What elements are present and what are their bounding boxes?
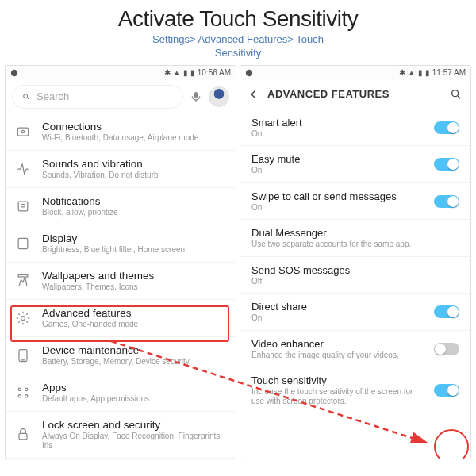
toggle-switch[interactable] — [434, 195, 459, 208]
row-title: Easy mute — [251, 153, 426, 165]
feature-row-direct-share[interactable]: Direct shareOn — [240, 294, 470, 331]
settings-row-display[interactable]: DisplayBrightness, Blue light filter, Ho… — [6, 225, 236, 263]
row-desc: Wi-Fi, Bluetooth, Data usage, Airplane m… — [42, 133, 226, 143]
search-icon[interactable] — [450, 88, 463, 101]
row-icon — [15, 124, 31, 140]
status-time: 11:57 AM — [432, 68, 466, 77]
row-desc: Use two separate accounts for the same a… — [251, 240, 459, 249]
toggle-switch[interactable] — [434, 121, 459, 134]
row-desc: Games, One-handed mode — [42, 320, 226, 329]
feature-row-send-sos-messages[interactable]: Send SOS messagesOff — [240, 257, 470, 294]
svg-point-1 — [24, 94, 28, 98]
highlight-circle — [434, 429, 469, 459]
row-desc: Always On Display, Face Recognition, Fin… — [42, 432, 226, 451]
reddit-icon — [10, 69, 18, 77]
settings-row-notifications[interactable]: NotificationsBlock, allow, prioritize — [6, 188, 236, 225]
svg-point-15 — [25, 388, 28, 390]
row-title: Display — [42, 232, 226, 244]
settings-row-advanced-features[interactable]: Advanced featuresGames, One-handed mode — [6, 300, 236, 337]
screen-title: ADVANCED FEATURES — [267, 88, 390, 100]
feature-row-video-enhancer[interactable]: Video enhancerEnhance the image quality … — [240, 331, 470, 368]
row-title: Connections — [42, 121, 226, 132]
row-icon — [15, 385, 31, 401]
avatar[interactable] — [209, 86, 229, 107]
settings-row-wallpapers-and-themes[interactable]: Wallpapers and themesWallpapers, Themes,… — [6, 263, 236, 300]
row-desc: Sounds, Vibration, Do not disturb — [42, 171, 226, 180]
row-title: Direct share — [251, 301, 426, 313]
svg-point-19 — [246, 70, 252, 76]
toggle-switch[interactable] — [434, 158, 459, 171]
row-desc: On — [251, 129, 426, 139]
screen-header: ADVANCED FEATURES — [240, 80, 470, 109]
row-title: Notifications — [42, 195, 226, 207]
row-icon — [15, 347, 31, 363]
settings-row-device-maintenance[interactable]: Device maintenanceBattery, Storage, Memo… — [6, 337, 236, 374]
svg-point-5 — [21, 130, 24, 132]
svg-point-11 — [21, 316, 25, 320]
row-title: Swipe to call or send messages — [251, 190, 426, 202]
row-title: Video enhancer — [251, 338, 426, 350]
breadcrumb: Settings> Advanced Features> Touch Sensi… — [0, 33, 476, 60]
feature-row-touch-sensitivity[interactable]: Touch sensitivityIncrease the touch sens… — [240, 367, 470, 413]
row-desc: Block, allow, prioritize — [42, 208, 226, 217]
feature-row-smart-alert[interactable]: Smart alertOn — [240, 109, 470, 147]
settings-row-connections[interactable]: ConnectionsWi-Fi, Bluetooth, Data usage,… — [6, 113, 236, 151]
row-title: Wallpapers and themes — [42, 270, 226, 282]
settings-list: ConnectionsWi-Fi, Bluetooth, Data usage,… — [6, 113, 236, 459]
battery-icon: ▮ — [190, 68, 195, 77]
row-desc: Battery, Storage, Memory, Device securit… — [42, 357, 226, 367]
svg-rect-4 — [17, 128, 28, 136]
toggle-switch[interactable] — [434, 343, 459, 355]
svg-rect-3 — [194, 92, 198, 98]
row-title: Advanced features — [42, 307, 226, 319]
page-title: Activate Touch Sensitivity — [0, 6, 476, 32]
reddit-icon — [245, 69, 253, 77]
row-icon — [15, 198, 31, 214]
svg-rect-6 — [18, 202, 28, 211]
row-title: Device maintenance — [42, 344, 226, 356]
mic-icon[interactable] — [190, 90, 202, 103]
status-bar: ✱ ▲ ▮ ▮ 11:57 AM — [240, 66, 470, 80]
feature-row-easy-mute[interactable]: Easy muteOn — [240, 146, 470, 183]
row-icon — [15, 310, 31, 326]
wifi-icon: ▲ — [173, 68, 181, 77]
row-title: Apps — [42, 382, 226, 393]
row-desc: Increase the touch sensitivity of the sc… — [251, 387, 426, 405]
row-desc: Off — [251, 277, 459, 286]
row-title: Lock screen and security — [42, 419, 226, 431]
svg-line-2 — [27, 98, 29, 99]
settings-row-lock-screen-and-security[interactable]: Lock screen and securityAlways On Displa… — [6, 412, 236, 459]
features-list: Smart alertOnEasy muteOnSwipe to call or… — [240, 109, 470, 414]
signal-icon: ▮ — [418, 68, 423, 77]
row-title: Touch sensitivity — [251, 374, 426, 386]
toggle-switch[interactable] — [434, 305, 459, 318]
feature-row-dual-messenger[interactable]: Dual MessengerUse two separate accounts … — [240, 220, 470, 257]
svg-point-16 — [18, 394, 21, 397]
row-title: Smart alert — [251, 117, 426, 129]
row-icon — [15, 273, 31, 289]
svg-line-21 — [458, 96, 460, 98]
row-desc: Default apps, App permissions — [42, 394, 226, 404]
search-input[interactable]: Search — [12, 85, 183, 109]
settings-row-apps[interactable]: AppsDefault apps, App permissions — [6, 374, 236, 412]
settings-screen: ✱ ▲ ▮ ▮ 10:56 AM Search ConnectionsWi-Fi… — [5, 65, 236, 459]
bluetooth-icon: ✱ — [164, 68, 171, 77]
row-desc: On — [251, 203, 426, 213]
row-title: Sounds and vibration — [42, 158, 226, 170]
back-icon[interactable] — [248, 89, 259, 100]
row-icon — [15, 161, 31, 177]
svg-point-0 — [11, 70, 17, 76]
row-desc: On — [251, 166, 426, 175]
status-bar: ✱ ▲ ▮ ▮ 10:56 AM — [6, 66, 236, 80]
svg-rect-18 — [19, 433, 27, 440]
signal-icon: ▮ — [183, 68, 188, 77]
feature-row-swipe-to-call-or-send-messages[interactable]: Swipe to call or send messagesOn — [240, 183, 470, 221]
search-bar: Search — [6, 80, 236, 113]
row-desc: On — [251, 313, 426, 323]
svg-rect-10 — [18, 274, 28, 277]
settings-row-sounds-and-vibration[interactable]: Sounds and vibrationSounds, Vibration, D… — [6, 151, 236, 188]
page-header: Activate Touch Sensitivity Settings> Adv… — [0, 0, 476, 62]
row-desc: Wallpapers, Themes, Icons — [42, 282, 226, 292]
toggle-switch[interactable] — [434, 384, 459, 397]
row-title: Dual Messenger — [251, 227, 459, 239]
